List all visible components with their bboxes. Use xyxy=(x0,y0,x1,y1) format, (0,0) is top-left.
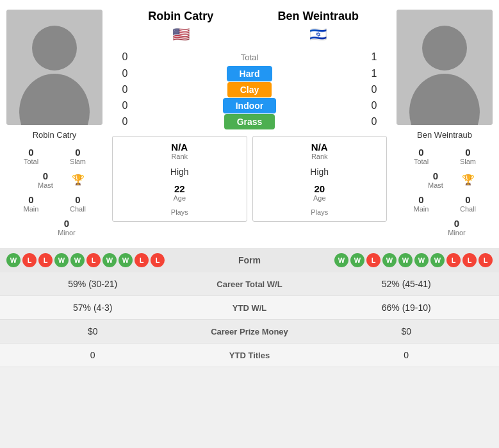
left-minor-label: Minor xyxy=(58,229,76,236)
grass-surface-btn[interactable]: Grass xyxy=(224,114,275,129)
left-main-label: Main xyxy=(24,205,39,213)
stat-left-val: $0 xyxy=(6,326,179,336)
right-main-label: Main xyxy=(414,205,429,213)
form-badge-w: W xyxy=(382,253,397,267)
form-badge-w: W xyxy=(119,253,133,267)
left-player-avatar xyxy=(6,10,102,125)
stat-left-val: 57% (4-3) xyxy=(6,303,179,313)
right-total-label: Total xyxy=(414,158,429,165)
stat-row: $0 Career Prize Money $0 xyxy=(0,320,499,344)
form-badge-w: W xyxy=(430,253,445,267)
indoor-score-left: 0 xyxy=(112,100,138,112)
total-score-left: 0 xyxy=(112,51,138,63)
stat-right-val: 52% (45-41) xyxy=(320,279,493,289)
left-slam-label: Slam xyxy=(70,158,86,165)
total-score-right: 1 xyxy=(361,51,387,63)
right-minor-value: 0 xyxy=(454,218,459,229)
form-badge-w: W xyxy=(334,253,348,267)
stat-row: 0 YTD Titles 0 xyxy=(0,344,499,367)
right-minor-label: Minor xyxy=(448,229,466,236)
left-plays-label: Plays xyxy=(118,208,241,216)
grass-score-left: 0 xyxy=(112,116,138,128)
right-player-name-header: Ben Weintraub xyxy=(250,10,388,23)
stat-right-val: 0 xyxy=(320,350,493,360)
right-player-avatar xyxy=(397,10,493,125)
right-age-value: 20 xyxy=(258,183,382,194)
clay-score-right: 0 xyxy=(361,84,387,95)
form-badge-w: W xyxy=(70,253,85,267)
stat-left-val: 59% (30-21) xyxy=(6,279,179,289)
left-info-box: N/A Rank High 22 Age Plays xyxy=(112,136,247,222)
form-section: WLLWWLWWLL Form WWLWWWWLLL xyxy=(0,248,499,272)
right-chall-value: 0 xyxy=(465,194,470,205)
grass-score-right: 0 xyxy=(361,116,387,128)
stat-right-val: 66% (19-10) xyxy=(320,303,493,313)
stat-left-val: 0 xyxy=(6,350,179,360)
stats-container: 59% (30-21) Career Total W/L 52% (45-41)… xyxy=(0,272,499,367)
left-total-value: 0 xyxy=(28,147,33,158)
right-mast-label: Mast xyxy=(428,181,443,189)
left-slam-value: 0 xyxy=(75,147,80,158)
left-activity: High xyxy=(118,167,241,177)
right-rank-value: N/A xyxy=(258,142,382,153)
left-chall-value: 0 xyxy=(75,194,80,205)
form-badge-w: W xyxy=(350,253,364,267)
left-rank-value: N/A xyxy=(118,142,241,153)
stat-center-label: Career Prize Money xyxy=(179,327,320,336)
stat-row: 59% (30-21) Career Total W/L 52% (45-41) xyxy=(0,272,499,296)
form-badge-w: W xyxy=(6,253,20,267)
left-player-name: Robin Catry xyxy=(33,130,77,140)
right-activity: High xyxy=(258,167,382,177)
left-age-label: Age xyxy=(118,194,241,202)
right-flag: 🇮🇱 xyxy=(250,26,388,43)
right-mast-value: 0 xyxy=(433,170,438,181)
left-trophy-icon: 🏆 xyxy=(72,174,85,186)
right-total-value: 0 xyxy=(418,147,423,158)
right-rank-label: Rank xyxy=(258,153,382,160)
form-badge-l: L xyxy=(366,253,380,267)
svg-point-1 xyxy=(32,26,77,71)
left-minor-value: 0 xyxy=(64,218,69,229)
right-plays-label: Plays xyxy=(258,208,382,216)
hard-score-left: 0 xyxy=(112,68,138,79)
right-slam-value: 0 xyxy=(465,147,470,158)
stat-center-label: YTD Titles xyxy=(179,351,320,360)
stat-center-label: Career Total W/L xyxy=(179,279,320,289)
left-age-value: 22 xyxy=(118,183,241,194)
form-badge-l: L xyxy=(135,253,149,267)
form-badge-l: L xyxy=(479,253,493,267)
hard-surface-btn[interactable]: Hard xyxy=(227,66,273,81)
left-form-badges: WLLWWLWWLL xyxy=(6,253,165,267)
right-form-badges: WWLWWWWLLL xyxy=(334,253,493,267)
right-chall-label: Chall xyxy=(460,205,476,213)
form-badge-w: W xyxy=(398,253,413,267)
form-badge-l: L xyxy=(22,253,37,267)
left-main-value: 0 xyxy=(28,194,33,205)
form-badge-l: L xyxy=(446,253,461,267)
right-main-value: 0 xyxy=(418,194,423,205)
right-info-box: N/A Rank High 20 Age Plays xyxy=(252,136,388,222)
left-player-name-header: Robin Catry xyxy=(112,10,250,23)
form-badge-l: L xyxy=(38,253,53,267)
svg-point-4 xyxy=(422,26,467,71)
indoor-surface-btn[interactable]: Indoor xyxy=(223,98,277,113)
right-player-name: Ben Weintraub xyxy=(417,130,472,140)
stat-row: 57% (4-3) YTD W/L 66% (19-10) xyxy=(0,296,499,320)
form-label: Form xyxy=(238,255,261,265)
left-total-label: Total xyxy=(24,158,38,165)
hard-score-right: 1 xyxy=(361,68,387,79)
left-rank-label: Rank xyxy=(118,153,241,160)
clay-surface-btn[interactable]: Clay xyxy=(227,82,272,97)
total-label: Total xyxy=(138,53,361,62)
left-mast-label: Mast xyxy=(38,181,53,189)
stat-right-val: $0 xyxy=(320,326,493,336)
form-badge-l: L xyxy=(151,253,165,267)
right-age-label: Age xyxy=(258,194,382,202)
left-chall-label: Chall xyxy=(70,205,86,213)
left-mast-value: 0 xyxy=(43,170,48,181)
left-flag: 🇺🇸 xyxy=(112,26,250,43)
form-badge-l: L xyxy=(462,253,477,267)
right-slam-label: Slam xyxy=(460,158,476,165)
stat-center-label: YTD W/L xyxy=(179,303,320,313)
form-badge-l: L xyxy=(86,253,101,267)
